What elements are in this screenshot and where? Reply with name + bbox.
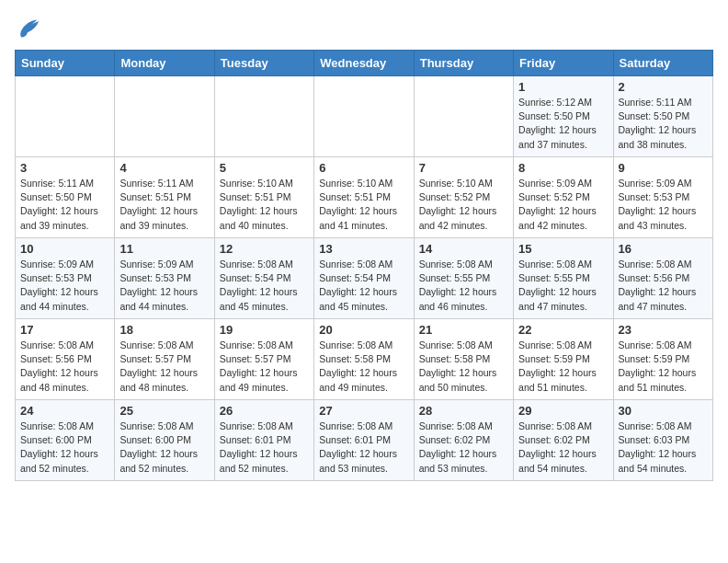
calendar-cell: 1Sunrise: 5:12 AMSunset: 5:50 PMDaylight… [514,76,613,157]
calendar-cell: 17Sunrise: 5:08 AMSunset: 5:56 PMDayligh… [16,319,115,400]
calendar-cell: 29Sunrise: 5:08 AMSunset: 6:02 PMDayligh… [514,400,613,481]
day-number: 21 [419,323,508,337]
day-info: Sunrise: 5:08 AMSunset: 6:00 PMDaylight:… [20,419,109,476]
calendar-cell: 24Sunrise: 5:08 AMSunset: 6:00 PMDayligh… [16,400,115,481]
day-number: 20 [319,323,408,337]
calendar-cell: 5Sunrise: 5:10 AMSunset: 5:51 PMDaylight… [214,157,313,238]
day-info: Sunrise: 5:08 AMSunset: 5:55 PMDaylight:… [419,258,508,314]
calendar-cell: 8Sunrise: 5:09 AMSunset: 5:52 PMDaylight… [514,157,613,238]
day-info: Sunrise: 5:11 AMSunset: 5:50 PMDaylight:… [20,177,109,233]
calendar-cell: 30Sunrise: 5:08 AMSunset: 6:03 PMDayligh… [613,400,712,481]
calendar-cell: 28Sunrise: 5:08 AMSunset: 6:02 PMDayligh… [414,400,513,481]
day-info: Sunrise: 5:09 AMSunset: 5:52 PMDaylight:… [518,177,608,233]
day-header-tuesday: Tuesday [214,51,313,76]
day-info: Sunrise: 5:09 AMSunset: 5:53 PMDaylight:… [20,258,109,314]
day-number: 24 [20,404,109,418]
calendar-cell: 20Sunrise: 5:08 AMSunset: 5:58 PMDayligh… [314,319,414,400]
day-info: Sunrise: 5:10 AMSunset: 5:51 PMDaylight:… [220,177,309,233]
day-info: Sunrise: 5:08 AMSunset: 5:59 PMDaylight:… [619,339,708,395]
calendar-cell [214,76,313,157]
day-number: 5 [220,161,309,175]
day-number: 28 [419,404,508,418]
calendar-cell: 4Sunrise: 5:11 AMSunset: 5:51 PMDaylight… [115,157,214,238]
calendar-cell: 10Sunrise: 5:09 AMSunset: 5:53 PMDayligh… [16,238,115,319]
day-info: Sunrise: 5:09 AMSunset: 5:53 PMDaylight:… [119,258,209,314]
day-number: 27 [319,404,408,418]
day-number: 25 [119,404,209,418]
day-header-sunday: Sunday [16,51,115,76]
day-header-thursday: Thursday [414,51,513,76]
page-header [15,15,713,40]
calendar-cell [115,76,214,157]
calendar-cell: 26Sunrise: 5:08 AMSunset: 6:01 PMDayligh… [214,400,313,481]
calendar-header-row: SundayMondayTuesdayWednesdayThursdayFrid… [16,51,713,76]
day-number: 3 [20,161,109,175]
day-number: 6 [319,161,408,175]
calendar-week-row: 10Sunrise: 5:09 AMSunset: 5:53 PMDayligh… [16,238,713,319]
day-number: 30 [619,404,708,418]
day-info: Sunrise: 5:09 AMSunset: 5:53 PMDaylight:… [619,177,708,233]
calendar-cell: 18Sunrise: 5:08 AMSunset: 5:57 PMDayligh… [115,319,214,400]
day-info: Sunrise: 5:08 AMSunset: 5:54 PMDaylight:… [319,258,408,314]
day-number: 18 [119,323,209,337]
day-number: 12 [220,242,309,256]
day-number: 10 [20,242,109,256]
day-number: 14 [419,242,508,256]
calendar-cell: 21Sunrise: 5:08 AMSunset: 5:58 PMDayligh… [414,319,513,400]
day-info: Sunrise: 5:08 AMSunset: 6:02 PMDaylight:… [419,419,508,476]
day-info: Sunrise: 5:08 AMSunset: 5:57 PMDaylight:… [220,339,309,395]
day-info: Sunrise: 5:08 AMSunset: 6:00 PMDaylight:… [119,419,209,476]
calendar-cell [414,76,513,157]
calendar-cell: 2Sunrise: 5:11 AMSunset: 5:50 PMDaylight… [613,76,712,157]
day-info: Sunrise: 5:10 AMSunset: 5:52 PMDaylight:… [419,177,508,233]
day-header-friday: Friday [514,51,613,76]
calendar-cell: 14Sunrise: 5:08 AMSunset: 5:55 PMDayligh… [414,238,513,319]
calendar-cell: 27Sunrise: 5:08 AMSunset: 6:01 PMDayligh… [314,400,414,481]
day-number: 4 [119,161,209,175]
calendar-cell: 16Sunrise: 5:08 AMSunset: 5:56 PMDayligh… [613,238,712,319]
day-number: 17 [20,323,109,337]
day-info: Sunrise: 5:08 AMSunset: 6:01 PMDaylight:… [319,419,408,476]
day-number: 1 [518,80,608,94]
day-number: 19 [220,323,309,337]
day-info: Sunrise: 5:08 AMSunset: 6:03 PMDaylight:… [619,419,708,476]
day-number: 7 [419,161,508,175]
calendar-week-row: 17Sunrise: 5:08 AMSunset: 5:56 PMDayligh… [16,319,713,400]
calendar-cell: 3Sunrise: 5:11 AMSunset: 5:50 PMDaylight… [16,157,115,238]
calendar-cell: 22Sunrise: 5:08 AMSunset: 5:59 PMDayligh… [514,319,613,400]
day-info: Sunrise: 5:08 AMSunset: 5:54 PMDaylight:… [220,258,309,314]
day-info: Sunrise: 5:11 AMSunset: 5:51 PMDaylight:… [119,177,209,233]
calendar-cell: 12Sunrise: 5:08 AMSunset: 5:54 PMDayligh… [214,238,313,319]
calendar-cell: 11Sunrise: 5:09 AMSunset: 5:53 PMDayligh… [115,238,214,319]
calendar-week-row: 3Sunrise: 5:11 AMSunset: 5:50 PMDaylight… [16,157,713,238]
logo-bird-icon [15,15,40,40]
calendar-table: SundayMondayTuesdayWednesdayThursdayFrid… [15,50,713,481]
calendar-cell [16,76,115,157]
day-number: 13 [319,242,408,256]
day-info: Sunrise: 5:08 AMSunset: 5:56 PMDaylight:… [619,258,708,314]
calendar-cell: 13Sunrise: 5:08 AMSunset: 5:54 PMDayligh… [314,238,414,319]
day-number: 26 [220,404,309,418]
day-info: Sunrise: 5:08 AMSunset: 6:02 PMDaylight:… [518,419,608,476]
day-number: 8 [518,161,608,175]
day-number: 29 [518,404,608,418]
calendar-cell: 23Sunrise: 5:08 AMSunset: 5:59 PMDayligh… [613,319,712,400]
day-info: Sunrise: 5:08 AMSunset: 5:58 PMDaylight:… [319,339,408,395]
day-number: 11 [119,242,209,256]
day-info: Sunrise: 5:12 AMSunset: 5:50 PMDaylight:… [518,96,608,152]
calendar-cell [314,76,414,157]
day-header-saturday: Saturday [613,51,712,76]
day-info: Sunrise: 5:08 AMSunset: 5:56 PMDaylight:… [20,339,109,395]
calendar-cell: 25Sunrise: 5:08 AMSunset: 6:00 PMDayligh… [115,400,214,481]
calendar-cell: 9Sunrise: 5:09 AMSunset: 5:53 PMDaylight… [613,157,712,238]
day-info: Sunrise: 5:08 AMSunset: 6:01 PMDaylight:… [220,419,309,476]
day-info: Sunrise: 5:11 AMSunset: 5:50 PMDaylight:… [619,96,708,152]
day-header-wednesday: Wednesday [314,51,414,76]
day-number: 15 [518,242,608,256]
day-info: Sunrise: 5:08 AMSunset: 5:58 PMDaylight:… [419,339,508,395]
logo [15,15,44,40]
calendar-week-row: 1Sunrise: 5:12 AMSunset: 5:50 PMDaylight… [16,76,713,157]
day-number: 22 [518,323,608,337]
day-info: Sunrise: 5:08 AMSunset: 5:57 PMDaylight:… [119,339,209,395]
day-info: Sunrise: 5:10 AMSunset: 5:51 PMDaylight:… [319,177,408,233]
